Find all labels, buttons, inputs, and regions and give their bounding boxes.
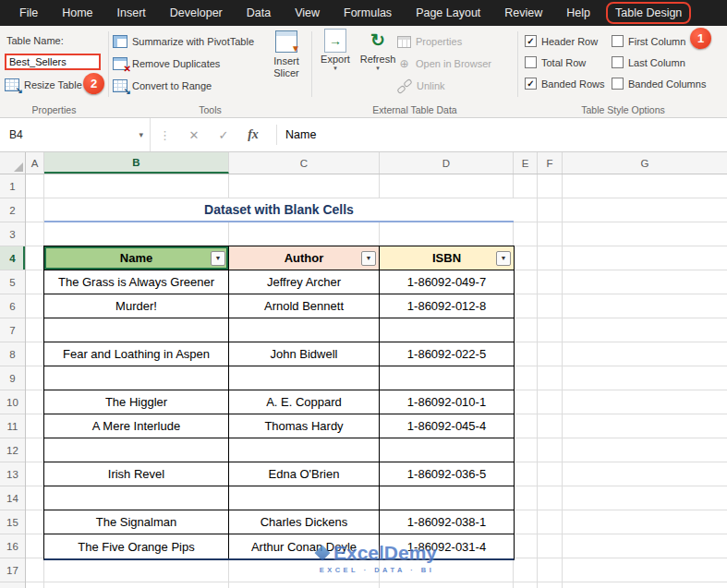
row-header[interactable]: 16 — [0, 534, 25, 558]
cell-isbn[interactable] — [380, 486, 514, 510]
column-header[interactable]: E — [514, 152, 538, 174]
tab-developer[interactable]: Developer — [158, 0, 235, 26]
cell-author[interactable]: Charles Dickens — [229, 510, 380, 534]
cell-isbn[interactable]: 1-86092-031-4 — [380, 534, 514, 558]
unlink-button[interactable]: Unlink — [397, 77, 491, 95]
cell-name[interactable]: Irish Revel — [44, 462, 229, 486]
cell-author[interactable] — [229, 366, 380, 390]
cell-author[interactable]: Edna O'Brien — [229, 462, 380, 486]
insert-slicer-button[interactable]: ▼ Insert Slicer — [266, 30, 307, 79]
filter-button[interactable]: ▼ — [496, 251, 511, 266]
cell-isbn[interactable]: 1-86092-022-5 — [380, 342, 514, 366]
column-header[interactable]: G — [563, 152, 727, 174]
tab-formulas[interactable]: Formulas — [332, 0, 404, 26]
row-header[interactable]: 10 — [0, 390, 25, 414]
cell-name[interactable]: The Signalman — [44, 510, 229, 534]
tab-home[interactable]: Home — [50, 0, 104, 26]
cell-author[interactable] — [229, 318, 380, 342]
tab-insert[interactable]: Insert — [105, 0, 158, 26]
cell-isbn[interactable]: 1-86092-012-8 — [380, 294, 514, 318]
row-header[interactable]: 1 — [0, 174, 25, 198]
checkbox[interactable]: ✓ — [525, 56, 537, 68]
cell-name[interactable]: The Five Orange Pips — [44, 534, 229, 558]
cell-isbn[interactable] — [380, 366, 514, 390]
name-box[interactable]: B4 ▾ — [0, 118, 151, 151]
tab-data[interactable]: Data — [235, 0, 283, 26]
row-header[interactable]: 4 — [0, 246, 25, 270]
refresh-button[interactable]: ↻ Refresh ▾ — [358, 29, 397, 70]
header-cell-name active-cell[interactable]: Name ▼ — [44, 246, 229, 270]
cell-isbn[interactable]: 1-86092-038-1 — [380, 510, 514, 534]
column-header[interactable]: C — [229, 152, 380, 174]
checkbox[interactable]: ✓ — [612, 35, 624, 47]
cell-author[interactable] — [229, 438, 380, 462]
cell-name[interactable] — [44, 366, 229, 390]
cell-isbn[interactable]: 1-86092-036-5 — [380, 462, 514, 486]
cancel-icon[interactable]: ✕ — [179, 128, 209, 142]
column-header[interactable]: F — [538, 152, 563, 174]
table-name-input[interactable] — [5, 54, 101, 70]
row-header[interactable]: 15 — [0, 510, 25, 534]
row-header[interactable]: 12 — [0, 438, 25, 462]
row-header[interactable]: 9 — [0, 366, 25, 390]
column-header[interactable]: A — [26, 152, 44, 174]
resize-table-button[interactable]: ↘ Resize Table — [5, 78, 82, 91]
cell-author[interactable]: Arthur Conan Doyle — [229, 534, 380, 558]
cell-author[interactable]: Thomas Hardy — [229, 414, 380, 438]
row-header[interactable]: 6 — [0, 294, 25, 318]
cell-name[interactable] — [44, 486, 229, 510]
column-header[interactable]: B — [44, 152, 229, 174]
cell-author[interactable]: John Bidwell — [229, 342, 380, 366]
refresh-dropdown-icon[interactable]: ▾ — [376, 66, 380, 70]
cell-name[interactable] — [44, 318, 229, 342]
filter-button[interactable]: ▼ — [361, 251, 376, 266]
style-option[interactable]: ✓ Header Row — [525, 32, 605, 50]
cell-name[interactable]: A Mere Interlude — [44, 414, 229, 438]
cell-author[interactable]: Arnold Bennett — [229, 294, 380, 318]
row-header[interactable]: 17 — [0, 558, 25, 582]
column-header[interactable]: D — [380, 152, 514, 174]
style-option[interactable]: ✓ Last Column — [612, 54, 706, 71]
cell-isbn[interactable]: 1-86092-045-4 — [380, 414, 514, 438]
cell-name[interactable] — [44, 438, 229, 462]
style-option[interactable]: ✓ Total Row — [525, 54, 605, 71]
tab-table-design[interactable]: Table Design — [606, 2, 691, 24]
cell-isbn[interactable]: 1-86092-049-7 — [380, 270, 514, 294]
row-header[interactable]: 3 — [0, 222, 25, 246]
row-header[interactable]: 13 — [0, 462, 25, 486]
row-header[interactable]: 14 — [0, 486, 25, 510]
checkbox[interactable]: ✓ — [525, 78, 537, 90]
convert-to-range-button[interactable]: ↘ Convert to Range — [113, 77, 254, 95]
open-in-browser-button[interactable]: ⊕ Open in Browser — [397, 54, 491, 73]
cell-isbn[interactable] — [380, 438, 514, 462]
row-header[interactable]: 7 — [0, 318, 25, 342]
external-properties-button[interactable]: Properties — [397, 32, 491, 51]
row-header[interactable]: 2 — [0, 198, 25, 222]
header-cell-author[interactable]: Author ▼ — [229, 246, 380, 270]
cells-area[interactable]: Dataset with Blank Cells Name ▼ Author ▼… — [26, 174, 727, 588]
checkbox[interactable]: ✓ — [612, 78, 624, 90]
export-button[interactable]: → Export ▾ — [316, 29, 355, 70]
export-dropdown-icon[interactable]: ▾ — [333, 66, 337, 70]
header-cell-isbn[interactable]: ISBN ▼ — [380, 246, 514, 270]
tab-page-layout[interactable]: Page Layout — [404, 0, 492, 26]
enter-icon[interactable]: ✓ — [209, 128, 238, 142]
row-header[interactable]: 11 — [0, 414, 25, 438]
tab-file[interactable]: File — [7, 0, 50, 26]
checkbox[interactable]: ✓ — [525, 35, 537, 47]
filter-button[interactable]: ▼ — [211, 251, 225, 266]
cell-isbn[interactable] — [380, 318, 514, 342]
tab-help[interactable]: Help — [554, 0, 602, 26]
remove-duplicates-button[interactable]: ✕ Remove Duplicates — [113, 54, 254, 73]
style-option[interactable]: ✓ Banded Columns — [612, 75, 706, 92]
summarize-pivottable-button[interactable]: Summarize with PivotTable — [113, 32, 254, 51]
cell-isbn[interactable]: 1-86092-010-1 — [380, 390, 514, 414]
cell-name[interactable]: The Higgler — [44, 390, 229, 414]
insert-function-icon[interactable]: fx — [238, 127, 268, 142]
checkbox[interactable]: ✓ — [612, 56, 624, 68]
cell-author[interactable]: A. E. Coppard — [229, 390, 380, 414]
cell-name[interactable]: The Grass is Always Greener — [44, 270, 229, 294]
cell-author[interactable]: Jeffrey Archer — [229, 270, 380, 294]
row-header[interactable]: 8 — [0, 342, 25, 366]
select-all-corner[interactable] — [0, 152, 26, 174]
